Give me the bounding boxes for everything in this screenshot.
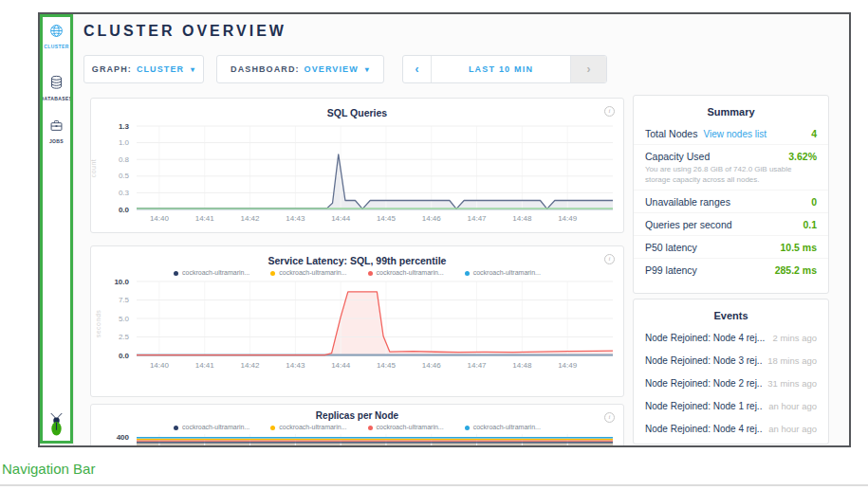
summary-label: P50 latency [645, 242, 697, 253]
capacity-description: You are using 26.8 GiB of 742.0 GiB usab… [645, 164, 817, 185]
time-prev-button[interactable]: ‹ [403, 56, 432, 82]
svg-text:14:48: 14:48 [512, 214, 532, 223]
sidebar-item-label: CLUSTER [40, 44, 73, 49]
chart-title: Service Latency: SQL, 99th percentile [91, 255, 623, 266]
legend-dot [465, 271, 470, 276]
summary-row-capacity-used: Capacity Used 3.62% You are using 26.8 G… [634, 144, 828, 190]
chart-title: SQL Queries [91, 107, 623, 118]
svg-text:0.5: 0.5 [119, 172, 130, 180]
briefcase-icon [49, 119, 64, 136]
svg-text:400: 400 [117, 433, 130, 442]
navigation-bar-annotation-label: Navigation Bar [2, 461, 95, 477]
svg-text:14:44: 14:44 [331, 361, 351, 370]
legend-dot [270, 271, 275, 276]
service-latency-chart[interactable]: 10.07.55.02.50.014:4014:4114:4214:4314:4… [93, 276, 620, 382]
summary-value: 0 [811, 196, 817, 208]
svg-text:14:45: 14:45 [377, 214, 397, 223]
legend-label: cockroach-ultramarin... [279, 424, 346, 430]
legend-item[interactable]: cockroach-ultramarin... [368, 269, 444, 276]
info-icon[interactable]: i [604, 254, 615, 264]
chart-title: Replicas per Node [91, 410, 623, 421]
summary-row-total-nodes: Total Nodes View nodes list 4 [634, 122, 828, 144]
event-row: Node Rejoined: Node 4 rej... an hour ago [634, 417, 828, 440]
chevron-down-icon: ▾ [365, 65, 370, 74]
info-icon[interactable]: i [604, 106, 615, 117]
svg-text:14:47: 14:47 [468, 361, 488, 370]
event-row: Node Rejoined: Node 1 rej... an hour ago [634, 394, 828, 417]
legend-label: cockroach-ultramarin... [182, 424, 249, 430]
chart-legend: cockroach-ultramarin...cockroach-ultrama… [91, 269, 623, 276]
dashboard-dropdown-label: DASHBOARD: [231, 64, 300, 74]
replicas-per-node-chart[interactable]: 40014:4014:4114:4214:4314:4414:4514:4614… [93, 430, 620, 445]
event-row: Node Rejoined: Node 3 rej... 18 mins ago [634, 349, 828, 372]
time-range-selector: ‹ LAST 10 MIN › [402, 55, 607, 83]
summary-row-p99-latency: P99 latency 285.2 ms [634, 258, 828, 281]
event-time: an hour ago [768, 401, 817, 411]
legend-dot [174, 271, 178, 276]
event-message: Node Rejoined: Node 2 rej... [645, 378, 762, 389]
legend-item[interactable]: cockroach-ultramarin... [174, 424, 249, 430]
svg-text:0.8: 0.8 [119, 155, 130, 164]
page-divider [0, 484, 868, 486]
event-time: an hour ago [768, 424, 817, 434]
event-time: 2 mins ago [773, 333, 817, 343]
summary-row-queries-per-second: Queries per second 0.1 [634, 212, 828, 235]
sidebar-item-databases[interactable]: DATABASES [40, 75, 73, 101]
legend-label: cockroach-ultramarin... [377, 269, 444, 276]
legend-label: cockroach-ultramarin... [473, 269, 541, 276]
event-message: Node Rejoined: Node 4 rej... [645, 333, 765, 343]
cockroachdb-logo[interactable] [40, 412, 73, 441]
graph-dropdown[interactable]: GRAPH: CLUSTER ▾ [83, 55, 204, 83]
legend-item[interactable]: cockroach-ultramarin... [270, 269, 346, 276]
dashboard-dropdown[interactable]: DASHBOARD: OVERVIEW ▾ [216, 55, 384, 83]
time-next-button-disabled[interactable]: › [570, 56, 606, 82]
event-time: 18 mins ago [767, 355, 817, 366]
dashboard-dropdown-value: OVERVIEW [305, 64, 359, 74]
event-row: Node Rejoined: Node 4 rej... 2 mins ago [634, 326, 828, 349]
svg-text:14:45: 14:45 [377, 361, 397, 370]
legend-item[interactable]: cockroach-ultramarin... [368, 424, 444, 430]
legend-item[interactable]: cockroach-ultramarin... [465, 269, 541, 276]
sidebar-item-cluster[interactable]: CLUSTER [40, 24, 73, 49]
svg-text:1.0: 1.0 [119, 138, 130, 147]
globe-icon [49, 25, 64, 41]
chevron-down-icon: ▾ [191, 65, 195, 74]
y-axis-label: seconds [95, 310, 102, 338]
replicas-per-node-chart-panel: Replicas per Node i cockroach-ultramarin… [90, 404, 624, 445]
sidebar-item-jobs[interactable]: JOBS [40, 118, 73, 144]
legend-item[interactable]: cockroach-ultramarin... [465, 424, 541, 430]
summary-value: 3.62% [788, 151, 817, 162]
sql-queries-chart[interactable]: 1.31.00.80.50.30.014:4014:4114:4214:4314… [93, 118, 620, 232]
summary-label: Capacity Used [645, 151, 710, 162]
event-row: Node Rejoined: Node 2 rej... 31 mins ago [634, 372, 828, 394]
svg-text:14:43: 14:43 [286, 361, 305, 370]
y-axis-label: count [90, 159, 97, 178]
screenshot-frame: CLUSTER DATABASES [38, 12, 851, 447]
svg-text:14:41: 14:41 [195, 214, 215, 223]
events-title: Events [634, 299, 828, 326]
navigation-sidebar: CLUSTER DATABASES [40, 14, 74, 445]
svg-text:14:48: 14:48 [512, 361, 532, 370]
svg-text:0.0: 0.0 [119, 206, 130, 214]
svg-text:14:46: 14:46 [422, 214, 442, 223]
sidebar-item-label: DATABASES [40, 96, 73, 101]
summary-panel: Summary Total Nodes View nodes list 4 Ca… [633, 95, 829, 294]
sidebar-item-label: JOBS [40, 138, 73, 144]
summary-value: 0.1 [803, 219, 817, 230]
view-nodes-list-link[interactable]: View nodes list [703, 129, 766, 139]
svg-text:14:41: 14:41 [195, 361, 215, 370]
svg-text:14:40: 14:40 [150, 214, 170, 223]
svg-text:14:49: 14:49 [558, 361, 578, 370]
event-message: Node Rejoined: Node 3 rej... [645, 355, 762, 366]
info-icon[interactable]: i [604, 412, 615, 423]
svg-text:2.5: 2.5 [119, 333, 130, 341]
legend-label: cockroach-ultramarin... [279, 269, 346, 276]
summary-value: 285.2 ms [775, 264, 817, 276]
legend-item[interactable]: cockroach-ultramarin... [174, 269, 249, 276]
summary-label: Total Nodes [645, 128, 697, 139]
chart-legend: cockroach-ultramarin...cockroach-ultrama… [91, 424, 623, 430]
svg-text:14:44: 14:44 [331, 214, 351, 223]
svg-text:0.0: 0.0 [119, 352, 130, 360]
graph-dropdown-value: CLUSTER [137, 64, 184, 74]
legend-item[interactable]: cockroach-ultramarin... [270, 424, 346, 430]
